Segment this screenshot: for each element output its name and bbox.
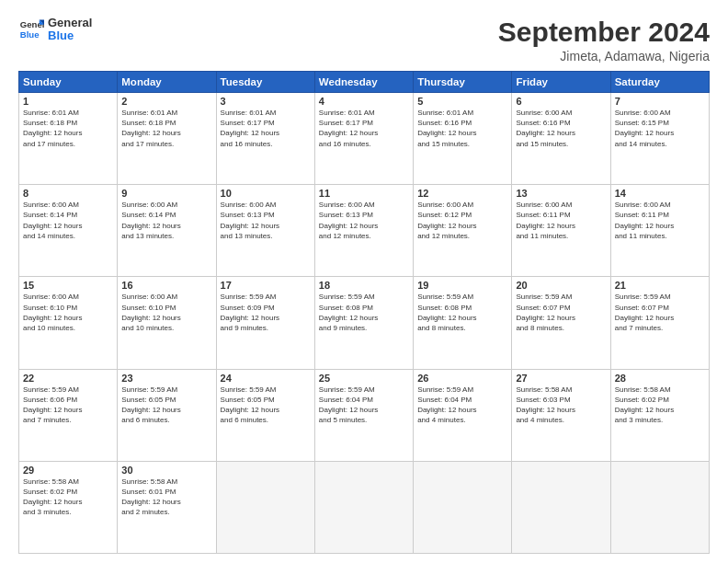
logo-blue: Blue [48, 29, 92, 42]
month-title: September 2024 [498, 17, 710, 47]
day-number: 20 [516, 280, 606, 291]
table-row [610, 461, 709, 553]
day-number: 23 [121, 373, 211, 384]
day-number: 4 [319, 96, 409, 107]
svg-text:Blue: Blue [20, 29, 40, 40]
day-number: 12 [417, 188, 507, 199]
col-tuesday: Tuesday [216, 72, 314, 93]
table-row: 16Sunrise: 6:00 AMSunset: 6:10 PMDayligh… [118, 277, 216, 369]
day-number: 29 [23, 465, 113, 476]
day-info: Sunrise: 6:00 AMSunset: 6:11 PMDaylight:… [516, 200, 606, 241]
day-number: 21 [615, 280, 705, 291]
table-row [216, 461, 314, 553]
table-row: 4Sunrise: 6:01 AMSunset: 6:17 PMDaylight… [314, 93, 413, 185]
table-row: 24Sunrise: 5:59 AMSunset: 6:05 PMDayligh… [216, 369, 314, 461]
table-row: 7Sunrise: 6:00 AMSunset: 6:15 PMDaylight… [610, 93, 709, 185]
table-row: 9Sunrise: 6:00 AMSunset: 6:14 PMDaylight… [118, 185, 216, 277]
day-info: Sunrise: 5:59 AMSunset: 6:07 PMDaylight:… [516, 292, 606, 333]
col-thursday: Thursday [414, 72, 512, 93]
day-number: 24 [221, 373, 311, 384]
day-number: 8 [23, 188, 113, 199]
day-info: Sunrise: 6:01 AMSunset: 6:18 PMDaylight:… [121, 108, 211, 149]
day-number: 28 [615, 373, 705, 384]
logo-icon: General Blue [18, 17, 44, 42]
day-info: Sunrise: 6:01 AMSunset: 6:18 PMDaylight:… [23, 108, 113, 149]
day-info: Sunrise: 6:00 AMSunset: 6:11 PMDaylight:… [615, 200, 705, 241]
table-row: 19Sunrise: 5:59 AMSunset: 6:08 PMDayligh… [414, 277, 512, 369]
day-number: 25 [319, 373, 409, 384]
day-info: Sunrise: 6:00 AMSunset: 6:10 PMDaylight:… [121, 292, 211, 333]
day-info: Sunrise: 5:58 AMSunset: 6:03 PMDaylight:… [516, 385, 606, 426]
table-row: 3Sunrise: 6:01 AMSunset: 6:17 PMDaylight… [216, 93, 314, 185]
table-row [314, 461, 413, 553]
day-info: Sunrise: 5:59 AMSunset: 6:08 PMDaylight:… [417, 292, 507, 333]
page-header: General Blue General Blue September 2024… [18, 17, 710, 63]
day-info: Sunrise: 6:00 AMSunset: 6:12 PMDaylight:… [417, 200, 507, 241]
table-row [512, 461, 610, 553]
day-info: Sunrise: 6:00 AMSunset: 6:16 PMDaylight:… [516, 108, 606, 149]
col-sunday: Sunday [19, 72, 118, 93]
day-info: Sunrise: 6:01 AMSunset: 6:17 PMDaylight:… [221, 108, 311, 149]
table-row: 25Sunrise: 5:59 AMSunset: 6:04 PMDayligh… [314, 369, 413, 461]
col-monday: Monday [118, 72, 216, 93]
day-number: 7 [615, 96, 705, 107]
day-info: Sunrise: 5:58 AMSunset: 6:02 PMDaylight:… [615, 385, 705, 426]
table-row: 14Sunrise: 6:00 AMSunset: 6:11 PMDayligh… [610, 185, 709, 277]
table-row: 15Sunrise: 6:00 AMSunset: 6:10 PMDayligh… [19, 277, 118, 369]
day-info: Sunrise: 6:01 AMSunset: 6:17 PMDaylight:… [319, 108, 409, 149]
day-number: 19 [417, 280, 507, 291]
day-number: 11 [319, 188, 409, 199]
table-row: 28Sunrise: 5:58 AMSunset: 6:02 PMDayligh… [610, 369, 709, 461]
day-info: Sunrise: 5:59 AMSunset: 6:05 PMDaylight:… [121, 385, 211, 426]
day-number: 15 [23, 280, 113, 291]
logo: General Blue General Blue [18, 17, 92, 43]
table-row: 18Sunrise: 5:59 AMSunset: 6:08 PMDayligh… [314, 277, 413, 369]
table-row: 12Sunrise: 6:00 AMSunset: 6:12 PMDayligh… [414, 185, 512, 277]
day-number: 17 [221, 280, 311, 291]
day-info: Sunrise: 5:58 AMSunset: 6:02 PMDaylight:… [23, 477, 113, 518]
day-number: 30 [121, 465, 211, 476]
col-wednesday: Wednesday [314, 72, 413, 93]
table-row: 5Sunrise: 6:01 AMSunset: 6:16 PMDaylight… [414, 93, 512, 185]
day-number: 9 [121, 188, 211, 199]
logo-general: General [48, 17, 92, 29]
day-info: Sunrise: 5:59 AMSunset: 6:04 PMDaylight:… [417, 385, 507, 426]
day-info: Sunrise: 6:00 AMSunset: 6:13 PMDaylight:… [319, 200, 409, 241]
day-number: 16 [121, 280, 211, 291]
table-row: 8Sunrise: 6:00 AMSunset: 6:14 PMDaylight… [19, 185, 118, 277]
table-row: 17Sunrise: 5:59 AMSunset: 6:09 PMDayligh… [216, 277, 314, 369]
day-number: 18 [319, 280, 409, 291]
column-headers: Sunday Monday Tuesday Wednesday Thursday… [19, 72, 710, 93]
day-info: Sunrise: 6:00 AMSunset: 6:15 PMDaylight:… [615, 108, 705, 149]
table-row: 2Sunrise: 6:01 AMSunset: 6:18 PMDaylight… [118, 93, 216, 185]
table-row: 6Sunrise: 6:00 AMSunset: 6:16 PMDaylight… [512, 93, 610, 185]
day-number: 14 [615, 188, 705, 199]
col-friday: Friday [512, 72, 610, 93]
table-row: 21Sunrise: 5:59 AMSunset: 6:07 PMDayligh… [610, 277, 709, 369]
title-block: September 2024 Jimeta, Adamawa, Nigeria [498, 17, 710, 63]
table-row: 10Sunrise: 6:00 AMSunset: 6:13 PMDayligh… [216, 185, 314, 277]
day-info: Sunrise: 5:59 AMSunset: 6:05 PMDaylight:… [221, 385, 311, 426]
day-info: Sunrise: 6:00 AMSunset: 6:10 PMDaylight:… [23, 292, 113, 333]
day-info: Sunrise: 6:00 AMSunset: 6:14 PMDaylight:… [23, 200, 113, 241]
day-number: 22 [23, 373, 113, 384]
day-info: Sunrise: 5:59 AMSunset: 6:07 PMDaylight:… [615, 292, 705, 333]
day-number: 3 [221, 96, 311, 107]
col-saturday: Saturday [610, 72, 709, 93]
table-row: 13Sunrise: 6:00 AMSunset: 6:11 PMDayligh… [512, 185, 610, 277]
day-info: Sunrise: 5:59 AMSunset: 6:06 PMDaylight:… [23, 385, 113, 426]
table-row: 1Sunrise: 6:01 AMSunset: 6:18 PMDaylight… [19, 93, 118, 185]
day-info: Sunrise: 5:59 AMSunset: 6:08 PMDaylight:… [319, 292, 409, 333]
day-number: 6 [516, 96, 606, 107]
day-info: Sunrise: 5:59 AMSunset: 6:04 PMDaylight:… [319, 385, 409, 426]
table-row: 20Sunrise: 5:59 AMSunset: 6:07 PMDayligh… [512, 277, 610, 369]
day-info: Sunrise: 5:59 AMSunset: 6:09 PMDaylight:… [221, 292, 311, 333]
day-info: Sunrise: 6:01 AMSunset: 6:16 PMDaylight:… [417, 108, 507, 149]
table-row: 30Sunrise: 5:58 AMSunset: 6:01 PMDayligh… [118, 461, 216, 553]
day-number: 1 [23, 96, 113, 107]
table-row: 26Sunrise: 5:59 AMSunset: 6:04 PMDayligh… [414, 369, 512, 461]
day-number: 2 [121, 96, 211, 107]
day-info: Sunrise: 5:58 AMSunset: 6:01 PMDaylight:… [121, 477, 211, 518]
table-row [414, 461, 512, 553]
table-row: 29Sunrise: 5:58 AMSunset: 6:02 PMDayligh… [19, 461, 118, 553]
